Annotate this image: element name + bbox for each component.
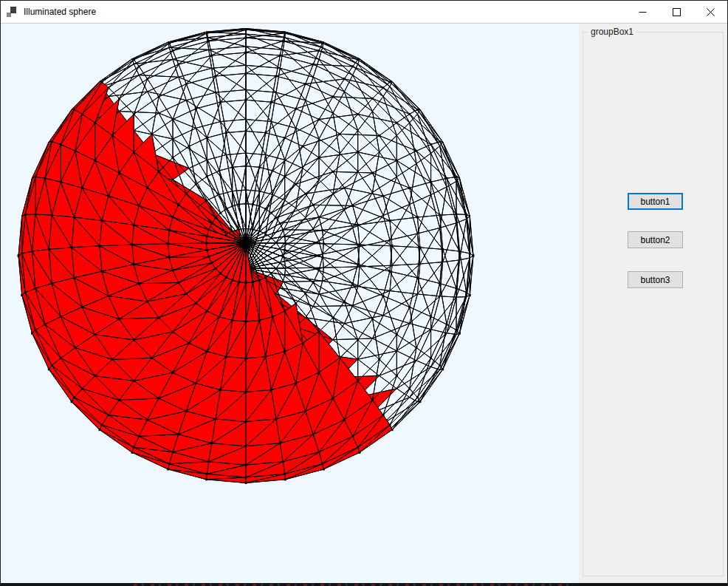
groupbox1: groupBox1 button1 button2 button3: [583, 32, 724, 576]
groupbox-label: groupBox1: [588, 27, 636, 38]
window-controls: [625, 1, 727, 23]
minimize-icon: [639, 8, 647, 16]
maximize-button[interactable]: [659, 1, 693, 23]
app-window: Illuminated sphere g: [0, 0, 728, 586]
window-title: Illuminated sphere: [24, 7, 96, 17]
app-icon: [7, 6, 18, 18]
close-icon: [707, 8, 715, 16]
button3[interactable]: button3: [628, 271, 683, 288]
titlebar: Illuminated sphere: [1, 1, 727, 24]
window-bottom-edge: [1, 583, 727, 586]
button1[interactable]: button1: [628, 193, 683, 210]
button2[interactable]: button2: [628, 231, 683, 248]
sphere-canvas: [1, 24, 579, 584]
minimize-button[interactable]: [625, 1, 659, 23]
maximize-icon: [673, 8, 681, 16]
sphere-svg: [1, 24, 578, 584]
side-panel: groupBox1 button1 button2 button3: [579, 24, 727, 584]
close-button[interactable]: [693, 1, 727, 23]
